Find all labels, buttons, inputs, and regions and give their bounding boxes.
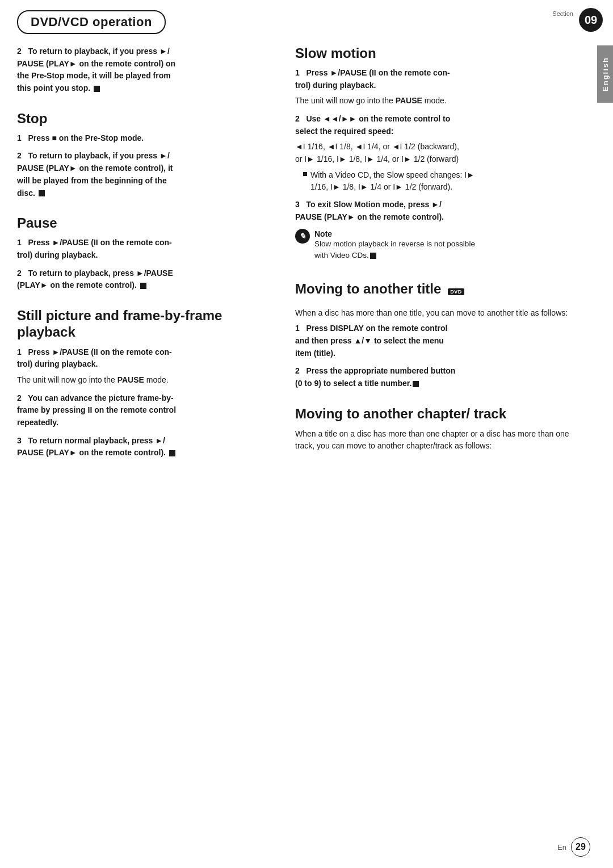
stop-icon-still [169, 450, 175, 456]
note-label: Note [314, 229, 332, 238]
pause-step1-bold: 1 Press ►/PAUSE (II on the remote con-tr… [17, 238, 172, 259]
still-picture-section: Still picture and frame-by-frame playbac… [17, 308, 278, 459]
section-label: Section [552, 10, 573, 17]
still-step3-bold: 3 To return normal playback, press ►/PAU… [17, 436, 166, 458]
slow-step3-bold: 3 To exit Slow Motion mode, press ►/PAUS… [295, 200, 444, 221]
stop-icon-stop [39, 190, 45, 196]
dvd-badge: DVD [448, 288, 464, 295]
slow-step2-speeds: ◄I 1/16, ◄I 1/8, ◄I 1/4, or ◄I 1/2 (back… [295, 141, 580, 165]
stop-icon-note [370, 253, 376, 259]
note-icon: ✎ [295, 229, 310, 244]
intro-prestop-block: 2 To return to playback, if you press ►/… [17, 45, 278, 95]
moving-title-step2-bold: 2 Press the appropriate numbered button(… [295, 366, 455, 388]
section-badge: 09 [579, 8, 603, 32]
slow-step2-vcd: With a Video CD, the Slow speed changes:… [303, 169, 580, 193]
moving-chapter-title: Moving to another chapter/ track [295, 406, 580, 422]
pause-title: Pause [17, 215, 278, 231]
stop-step1-bold: 1 Press ■ on the Pre-Stop mode. [17, 133, 144, 142]
slow-step3: 3 To exit Slow Motion mode, press ►/PAUS… [295, 199, 580, 223]
stop-step1: 1 Press ■ on the Pre-Stop mode. [17, 132, 278, 145]
moving-title-step1-bold: 1 Press DISPLAY on the remote controland… [295, 324, 447, 357]
page-header: DVD/VCD operation Section 09 [0, 0, 613, 40]
stop-step2: 2 To return to playback, if you press ►/… [17, 150, 278, 199]
moving-title-step2: 2 Press the appropriate numbered button(… [295, 365, 580, 389]
moving-title-section: Moving to another title DVD When a disc … [295, 281, 580, 390]
header-title: DVD/VCD operation [31, 15, 152, 29]
moving-title-heading: Moving to another title DVD [295, 281, 580, 303]
bullet-square-icon [303, 172, 307, 176]
slow-step1-normal: The unit will now go into the PAUSE mode… [295, 95, 580, 107]
header-title-box: DVD/VCD operation [17, 10, 166, 34]
main-content: 2 To return to playback, if you press ►/… [0, 40, 613, 483]
still-step3: 3 To return normal playback, press ►/PAU… [17, 435, 278, 459]
left-column: 2 To return to playback, if you press ►/… [17, 45, 278, 472]
slow-motion-title: Slow motion [295, 45, 580, 61]
pause-step2: 2 To return to playback, press ►/PAUSE(P… [17, 267, 278, 292]
stop-icon-pause [140, 283, 146, 289]
note-icon-symbol: ✎ [299, 232, 306, 241]
note-text: Slow motion playback in reverse is not p… [314, 238, 475, 262]
stop-icon-intro [94, 86, 100, 92]
note-content-area: Note Slow motion playback in reverse is … [314, 229, 475, 265]
slow-step1-bold: 1 Press ►/PAUSE (II on the remote con-tr… [295, 68, 450, 90]
footer-en-label: En [557, 843, 566, 852]
pause-step2-bold: 2 To return to playback, press ►/PAUSE(P… [17, 269, 173, 290]
language-label: English [601, 50, 610, 98]
still-step1: 1 Press ►/PAUSE (II on the remote con-tr… [17, 346, 278, 387]
intro-step2: 2 To return to playback, if you press ►/… [17, 45, 278, 95]
still-picture-title: Still picture and frame-by-frame playbac… [17, 308, 278, 341]
page-footer: En 29 [0, 837, 613, 857]
slow-step2: 2 Use ◄◄/►► on the remote control tosele… [295, 113, 580, 193]
moving-title-step1: 1 Press DISPLAY on the remote controland… [295, 322, 580, 359]
pause-step1: 1 Press ►/PAUSE (II on the remote con-tr… [17, 237, 278, 261]
slow-step1: 1 Press ►/PAUSE (II on the remote con-tr… [295, 67, 580, 107]
still-step1-normal: The unit will now go into the PAUSE mode… [17, 374, 278, 387]
slow-note-box: ✎ Note Slow motion playback in reverse i… [295, 229, 580, 265]
footer-page-number: 29 [571, 837, 590, 857]
moving-title-text: Moving to another title [295, 281, 441, 297]
slow-motion-section: Slow motion 1 Press ►/PAUSE (II on the r… [295, 45, 580, 265]
moving-chapter-intro: When a title on a disc has more than one… [295, 428, 580, 452]
moving-title-intro: When a disc has more than one title, you… [295, 307, 580, 320]
slow-step2-bold: 2 Use ◄◄/►► on the remote control tosele… [295, 114, 450, 136]
stop-icon-moving-title [413, 381, 419, 387]
still-step2: 2 You can advance the picture frame-by-f… [17, 392, 278, 429]
right-column: Slow motion 1 Press ►/PAUSE (II on the r… [295, 45, 596, 472]
moving-chapter-section: Moving to another chapter/ track When a … [295, 406, 580, 452]
stop-title: Stop [17, 111, 278, 127]
stop-section: Stop 1 Press ■ on the Pre-Stop mode. 2 T… [17, 111, 278, 199]
english-sidebar: English [597, 45, 613, 103]
pause-section: Pause 1 Press ►/PAUSE (II on the remote … [17, 215, 278, 292]
still-step1-bold: 1 Press ►/PAUSE (II on the remote con-tr… [17, 347, 172, 369]
page-container: DVD/VCD operation Section 09 English 2 T… [0, 0, 613, 868]
still-step2-bold: 2 You can advance the picture frame-by-f… [17, 393, 176, 427]
